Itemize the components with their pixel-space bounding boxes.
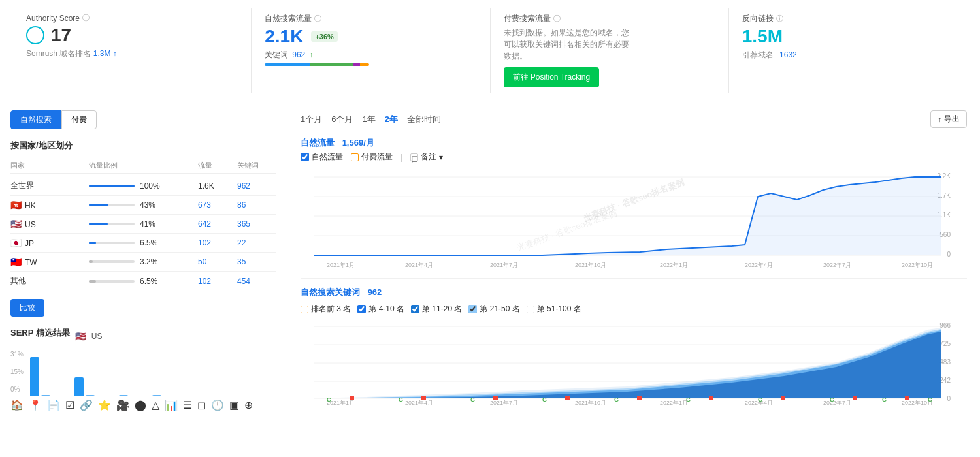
svg-text:G: G [614,396,619,403]
serp-bar [63,396,73,396]
top-metrics-bar: Authority Score ⓘ 17 Semrush 域名排名 1.3M ↑… [0,0,980,101]
traffic-color-bar [265,63,369,66]
organic-traffic-label: 自然搜索流量 ⓘ [265,13,476,24]
svg-text:2022年7月: 2022年7月 [823,400,851,405]
serp-bar [108,396,117,396]
organic-chart-container: 光赛科技 · 谷歌seo排名案例 光赛科技 · 谷歌seo排名案例 2.2K 1… [301,170,967,270]
table-row: 🇹🇼TW 3.2% 50 35 [10,253,276,272]
organic-badge: +36% [311,31,337,42]
col-traffic-pct: 流量比例 [89,161,198,170]
organic-chart-svg: 2.2K 1.7K 1.1K 560 0 2021年1月 2021年4月 202… [301,170,967,268]
legend-note-box: 口 [410,153,418,161]
svg-text:G: G [399,396,403,403]
info-icon-3: ⓘ [553,14,561,24]
svg-text:G: G [830,396,834,403]
authority-score-label: Authority Score ⓘ [26,13,238,23]
svg-text:2021年7月: 2021年7月 [490,262,518,268]
left-panel: 自然搜索 付费 按国家/地区划分 国家 流量比例 流量 关键词 全世界 100%… [0,101,287,457]
serp-bar [30,357,39,396]
paid-traffic-label: 付费搜索流量 ⓘ [504,13,715,24]
serp-country: US [91,332,103,341]
col-keywords: 关键词 [237,161,276,170]
serp-bar [186,396,195,396]
organic-chart-title: 自然流量 1,569/月 [301,137,967,149]
authority-value: 17 [51,25,71,46]
paid-no-data-text: 未找到数据。如果这是您的域名，您可以获取关键词排名相关的所有必要数据。 [504,27,634,62]
legend-organic-check[interactable] [301,153,309,161]
serp-bar [74,377,84,396]
keyword-section-title: 自然搜索关键词 962 [301,287,967,298]
referring-domains: 引荐域名 1632 [742,50,954,61]
svg-text:0: 0 [947,251,951,258]
keyword-chart-svg: 966 725 483 242 0 2021年1月 [301,320,967,405]
svg-rect-58 [905,396,909,400]
position-tracking-btn[interactable]: 前往 Position Tracking [504,67,600,87]
time-2years[interactable]: 2年 [385,114,398,125]
legend-note[interactable]: 口 备注 ▾ [410,151,443,163]
serp-bar [130,396,139,396]
rank-21-50[interactable]: 第 21-50 名 [468,304,519,315]
time-1month[interactable]: 1个月 [301,114,322,125]
legend-organic[interactable]: 自然流量 [301,151,343,163]
svg-text:2022年4月: 2022年4月 [745,262,773,268]
serp-bar [174,396,184,396]
organic-traffic-block: 自然搜索流量 ⓘ 2.1K +36% 关键词 962 ↑ [252,8,490,93]
svg-rect-48 [565,396,570,400]
info-icon-4: ⓘ [776,14,783,24]
legend-paid-label: 付费流量 [361,151,393,163]
time-filters: 1个月 6个月 1年 2年 全部时间 ↑ 导出 [301,110,967,128]
table-row: 全世界 100% 1.6K 962 [10,176,276,196]
time-all[interactable]: 全部时间 [407,114,441,125]
svg-text:G: G [758,396,762,403]
compare-button[interactable]: 比较 [10,299,44,317]
rank-4-10-check[interactable] [357,305,366,313]
export-button[interactable]: ↑ 导出 [930,110,967,128]
info-icon-2: ⓘ [314,14,321,24]
time-6months[interactable]: 6个月 [331,114,353,125]
svg-text:2021年7月: 2021年7月 [490,400,518,405]
time-1year[interactable]: 1年 [362,114,375,125]
chart-legend: 自然流量 付费流量 | 口 备注 ▾ [301,151,967,163]
legend-note-label: 备注 [421,151,436,163]
serp-bar [97,396,106,396]
divider [301,278,967,279]
rank-21-50-check[interactable] [468,305,477,313]
authority-circle [26,26,44,44]
rank-51-100[interactable]: 第 51-100 名 [527,304,581,315]
tab-paid[interactable]: 付费 [61,110,97,129]
table-row: 🇭🇰HK 43% 673 86 [10,196,276,215]
serp-title: SERP 精选结果 [10,327,70,339]
svg-text:G: G [882,396,887,403]
rank-11-20[interactable]: 第 11-20 名 [411,304,462,315]
svg-rect-46 [493,396,498,400]
serp-bar [86,395,95,396]
svg-text:G: G [686,396,691,403]
backlinks-block: 反向链接 ⓘ 1.5M 引荐域名 1632 [729,8,967,93]
svg-text:G: G [928,396,932,403]
svg-text:725: 725 [939,340,951,347]
legend-organic-label: 自然流量 [312,151,343,163]
serp-bar [163,396,172,396]
svg-text:2021年10月: 2021年10月 [575,262,606,268]
serp-bar [141,396,150,396]
legend-paid[interactable]: 付费流量 [351,151,393,163]
time-filter-buttons: 1个月 6个月 1年 2年 全部时间 [301,114,441,125]
table-row: 🇯🇵JP 6.5% 102 22 [10,234,276,253]
serp-bar [52,396,61,396]
search-tabs: 自然搜索 付费 [10,110,276,129]
col-country: 国家 [10,161,89,170]
rank-11-20-check[interactable] [411,305,419,313]
rank-4-10[interactable]: 第 4-10 名 [357,304,404,315]
rank-top3[interactable]: 排名前 3 名 [301,304,351,315]
svg-rect-42 [350,396,354,400]
serp-bar [152,395,161,396]
tab-organic[interactable]: 自然搜索 [10,110,61,129]
svg-text:2022年10月: 2022年10月 [902,262,933,268]
svg-text:560: 560 [939,231,951,238]
export-icon: ↑ [938,115,941,124]
svg-rect-56 [853,396,857,400]
svg-text:G: G [470,396,475,403]
paid-traffic-block: 付费搜索流量 ⓘ 未找到数据。如果这是您的域名，您可以获取关键词排名相关的所有必… [491,8,729,93]
organic-value: 2.1K [265,27,303,47]
backlinks-label: 反向链接 ⓘ [742,13,954,24]
